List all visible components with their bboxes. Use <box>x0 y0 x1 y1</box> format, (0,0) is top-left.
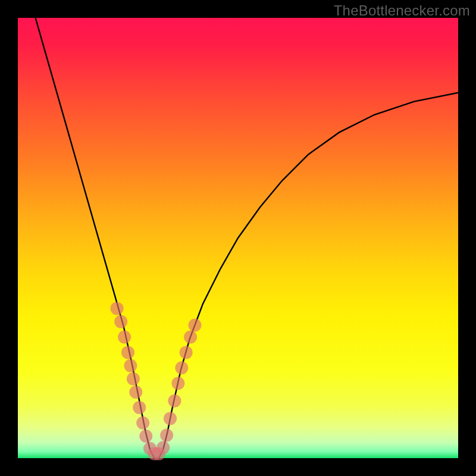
data-point <box>136 416 149 430</box>
data-point <box>118 331 131 344</box>
data-point <box>175 361 188 374</box>
data-point <box>184 331 197 344</box>
data-point <box>180 346 193 359</box>
chart-svg <box>0 0 476 476</box>
data-point <box>111 302 124 315</box>
data-point <box>139 430 152 443</box>
chart-container: TheBottlenecker.com <box>0 0 476 476</box>
data-point <box>164 412 177 425</box>
data-point <box>160 429 173 442</box>
data-point <box>121 346 134 359</box>
data-point <box>114 315 127 328</box>
data-point <box>124 359 137 372</box>
data-point <box>171 377 184 390</box>
data-point <box>127 372 140 386</box>
data-point <box>168 394 181 408</box>
watermark-text: TheBottlenecker.com <box>334 2 470 19</box>
data-point <box>129 386 142 399</box>
data-point <box>189 319 202 332</box>
data-point <box>156 441 170 454</box>
data-point <box>133 401 146 414</box>
